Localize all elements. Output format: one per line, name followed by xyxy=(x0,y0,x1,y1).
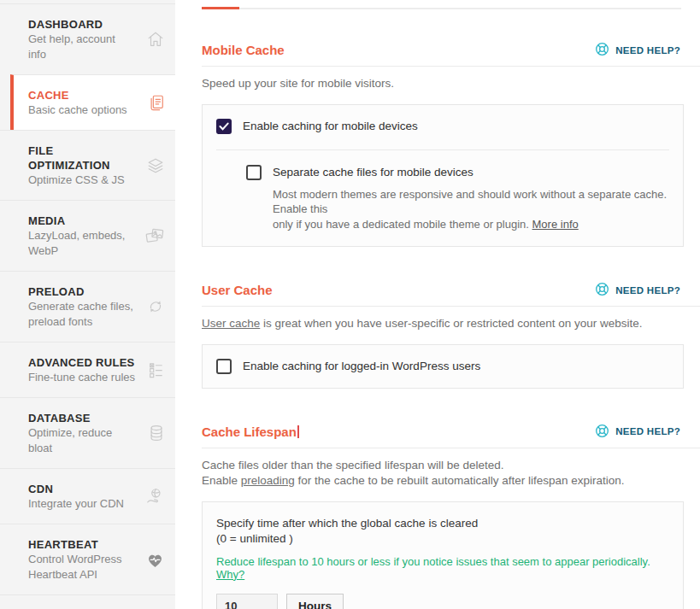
sidebar-item-title: PRELOAD xyxy=(28,284,136,299)
section-description: User cache is great when you have user-s… xyxy=(202,316,684,332)
sidebar-item-file-optimization[interactable]: FILE OPTIMIZATION Optimize CSS & JS xyxy=(0,130,175,200)
sidebar-item-add-ons[interactable]: ADD-ONS Add more features xyxy=(0,594,175,609)
tab-bar-underline xyxy=(202,8,681,9)
cdn-icon xyxy=(144,487,165,506)
sidebar-item-dashboard[interactable]: DASHBOARD Get help, account info xyxy=(0,3,175,74)
why-link[interactable]: Why? xyxy=(216,568,244,581)
checkbox-label: Separate cache files for mobile devices xyxy=(273,166,474,179)
sidebar-item-cdn[interactable]: CDN Integrate your CDN xyxy=(0,468,175,524)
sidebar-item-title: ADVANCED RULES xyxy=(28,355,136,370)
heartbeat-icon xyxy=(145,551,165,569)
lifebuoy-icon xyxy=(595,42,609,58)
lifebuoy-icon xyxy=(595,424,609,440)
sidebar-item-desc: Fine-tune cache rules xyxy=(28,370,136,385)
checkbox-label: Enable caching for mobile devices xyxy=(243,120,418,132)
checkbox-label: Enable caching for logged-in WordPress u… xyxy=(243,360,480,372)
sidebar-item-heartbeat[interactable]: HEARTBEAT Control WordPress Heartbeat AP… xyxy=(0,524,175,594)
user-cache-panel: Enable caching for logged-in WordPress u… xyxy=(202,344,684,389)
section-title: Cache Lifespan xyxy=(202,425,299,439)
sidebar-item-desc: LazyLoad, embeds, WebP xyxy=(28,228,136,259)
lifespan-value-input[interactable] xyxy=(216,594,278,609)
sidebar-item-desc: Optimize CSS & JS xyxy=(28,173,136,188)
lifespan-unit-select[interactable]: Hours xyxy=(286,594,344,609)
sidebar-item-desc: Basic cache options xyxy=(28,102,136,118)
lifebuoy-icon xyxy=(595,282,609,298)
home-icon xyxy=(146,30,165,49)
enable-mobile-caching-checkbox[interactable] xyxy=(216,119,232,134)
sidebar-item-title: CACHE xyxy=(28,88,136,102)
active-tab-indicator xyxy=(202,7,239,9)
section-description: Cache files older than the specified lif… xyxy=(202,458,684,489)
separate-mobile-cache-checkbox[interactable] xyxy=(246,165,262,180)
sidebar-item-title: DASHBOARD xyxy=(28,17,136,32)
preloading-link[interactable]: preloading xyxy=(241,474,295,487)
sidebar-item-title: CDN xyxy=(28,482,136,496)
lifespan-field-label: Specify time after which the global cach… xyxy=(216,516,669,547)
sidebar-item-media[interactable]: MEDIA LazyLoad, embeds, WebP xyxy=(0,200,175,271)
sidebar-item-advanced-rules[interactable]: ADVANCED RULES Fine-tune cache rules xyxy=(0,342,175,397)
option-help-text: Most modern themes are responsive and sh… xyxy=(273,187,669,232)
need-help-link[interactable]: NEED HELP? xyxy=(595,282,680,298)
cache-lifespan-panel: Specify time after which the global cach… xyxy=(202,501,684,609)
sidebar-item-title: HEARTBEAT xyxy=(28,537,136,552)
settings-content: Mobile Cache NEED HELP? Speed up your si… xyxy=(175,0,700,609)
sync-icon xyxy=(146,297,165,316)
pages-icon xyxy=(148,93,165,112)
sidebar-item-desc: Integrate your CDN xyxy=(28,496,136,512)
sidebar-item-desc: Optimize, reduce bloat xyxy=(28,425,136,456)
sidebar-item-cache[interactable]: CACHE Basic cache options xyxy=(10,74,175,130)
sidebar-item-database[interactable]: DATABASE Optimize, reduce bloat xyxy=(0,397,175,468)
lifespan-tip: Reduce lifespan to 10 hours or less if y… xyxy=(216,555,669,581)
section-description: Speed up your site for mobile visitors. xyxy=(202,76,684,92)
need-help-label: NEED HELP? xyxy=(615,285,680,296)
database-icon xyxy=(148,424,165,442)
need-help-link[interactable]: NEED HELP? xyxy=(595,42,680,58)
section-header-user-cache: User Cache NEED HELP? xyxy=(202,282,700,307)
photos-icon xyxy=(144,226,165,245)
layers-icon xyxy=(146,156,165,175)
sidebar-item-desc: Control WordPress Heartbeat API xyxy=(28,552,136,583)
user-cache-doc-link[interactable]: User cache xyxy=(202,317,260,330)
sidebar-item-desc: Generate cache files, preload fonts xyxy=(28,299,136,330)
sidebar-item-title: DATABASE xyxy=(28,411,136,425)
enable-user-caching-checkbox[interactable] xyxy=(216,359,232,374)
checklist-icon xyxy=(146,361,165,378)
section-title: User Cache xyxy=(202,283,273,297)
section-header-mobile-cache: Mobile Cache NEED HELP? xyxy=(202,42,700,67)
need-help-label: NEED HELP? xyxy=(615,426,680,436)
sidebar-item-title: MEDIA xyxy=(28,214,136,228)
section-header-cache-lifespan: Cache Lifespan NEED HELP? xyxy=(202,424,700,448)
divider xyxy=(216,149,669,150)
mobile-cache-panel: Enable caching for mobile devices Separa… xyxy=(202,104,684,248)
sidebar-item-preload[interactable]: PRELOAD Generate cache files, preload fo… xyxy=(0,271,175,342)
settings-sidebar: DASHBOARD Get help, account info CACHE B… xyxy=(0,0,175,609)
need-help-link[interactable]: NEED HELP? xyxy=(595,424,680,440)
more-info-link[interactable]: More info xyxy=(532,218,579,231)
text-cursor xyxy=(297,425,299,438)
sidebar-item-desc: Get help, account info xyxy=(28,32,136,62)
wp-rocket-settings: DASHBOARD Get help, account info CACHE B… xyxy=(0,0,700,609)
sidebar-item-title: FILE OPTIMIZATION xyxy=(28,143,136,173)
section-title: Mobile Cache xyxy=(202,43,285,57)
need-help-label: NEED HELP? xyxy=(615,45,680,56)
